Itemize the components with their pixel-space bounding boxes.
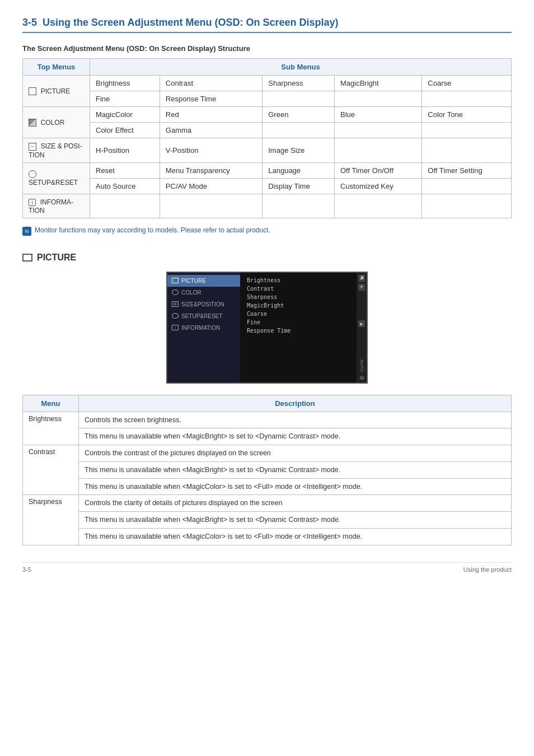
osd-sub-magicbright: MagicBright (247, 302, 350, 309)
picture-heading-text: PICTURE (37, 253, 76, 263)
table-row: Auto Source PC/AV Mode Display Time Cust… (23, 178, 512, 194)
desc-contrast-1: Controls the contrast of the pictures di… (79, 445, 512, 462)
osd-item-info: i INFORMATION (167, 322, 240, 334)
table-row: i INFORMA­TION (23, 194, 512, 218)
osd-power-icon: ⏻ (359, 375, 364, 380)
table-row: This menu is unavailable when <MagicColo… (23, 478, 512, 495)
desc-brightness-1: Controls the screen brightness. (79, 412, 512, 428)
table-row: PICTURE Brightness Contrast Sharpness Ma… (23, 76, 512, 91)
page-title: 3-5 Using the Screen Adjustment Menu (OS… (22, 17, 512, 29)
desc-col-menu: Menu (23, 395, 79, 412)
osd-sub-contrast: Contrast (247, 286, 350, 292)
osd-structure-section: The Screen Adjustment Menu (OSD: On Scre… (22, 44, 512, 218)
table-row: COLOR MagicColor Red Green Blue Color To… (23, 107, 512, 123)
table-row: This menu is unavailable when <MagicBrig… (23, 428, 512, 445)
table-row: This menu is unavailable when <MagicBrig… (23, 461, 512, 478)
osd-scroll-right: ▶ (358, 320, 365, 327)
osd-scroll-down: ▼ (358, 284, 365, 291)
osd-size-icon: ⊞ (172, 301, 179, 307)
note: N Monitor functions may vary according t… (22, 226, 512, 236)
osd-color-icon (172, 290, 179, 295)
picture-heading: PICTURE (22, 253, 512, 263)
table-row: Brightness Controls the screen brightnes… (23, 412, 512, 428)
osd-sub-list: Brightness Contrast Sharpness MagicBrigh… (240, 273, 357, 382)
osd-info-icon: i (172, 325, 179, 330)
osd-setup-icon (172, 313, 179, 319)
menu-name-brightness: Brightness (23, 412, 79, 445)
osd-sub-fine: Fine (247, 319, 350, 325)
setup-icon (29, 170, 36, 178)
footer-right: Using the product (463, 566, 512, 573)
picture-icon (29, 87, 36, 95)
osd-auto-label: AUTO (359, 360, 364, 372)
osd-sub-sharpness: Sharpness (247, 294, 350, 300)
desc-col-desc: Description (79, 395, 512, 412)
col-sub-menus: Sub Menus (90, 59, 512, 76)
table-row: Fine Response Time (23, 91, 512, 107)
menu-setup: SETUP&RESET (23, 162, 90, 194)
col-top-menus: Top Menus (23, 59, 90, 76)
table-row: Color Effect Gamma (23, 123, 512, 138)
menu-size: ↔ SIZE & POSI­TION (23, 138, 90, 163)
desc-brightness-2: This menu is unavailable when <MagicBrig… (79, 428, 512, 445)
table-row: SETUP&RESET Reset Menu Transpar­ency Lan… (23, 162, 512, 178)
osd-screenshot: ✕ PICTURE COLOR ⊞ SIZE&POSITION SETUP&RE… (22, 272, 512, 384)
osd-right-bar: ▲ ▼ ▶ AUTO ⏻ (357, 273, 367, 382)
desc-table: Menu Description Brightness Controls the… (22, 395, 512, 545)
info-icon: i (29, 199, 36, 206)
table-row: ↔ SIZE & POSI­TION H-Position V-Position… (23, 138, 512, 163)
color-icon (29, 119, 36, 127)
menu-color: COLOR (23, 107, 90, 138)
osd-sub-brightness: Brightness (247, 277, 350, 283)
osd-item-picture: PICTURE (167, 275, 240, 287)
menu-picture: PICTURE (23, 76, 90, 107)
desc-sharpness-1: Controls the clarity of details of pictu… (79, 495, 512, 512)
table-row: Sharpness Controls the clarity of detail… (23, 495, 512, 512)
osd-close-icon: ✕ (360, 274, 364, 281)
table-row: This menu is unavailable when <MagicBrig… (23, 512, 512, 529)
picture-section: PICTURE ✕ PICTURE COLOR ⊞ SIZE&POSITION (22, 253, 512, 384)
osd-structure-table: Top Menus Sub Menus PICTURE Brightness C… (22, 58, 512, 218)
osd-menu-list: PICTURE COLOR ⊞ SIZE&POSITION SETUP&RESE… (167, 273, 240, 382)
osd-item-size: ⊞ SIZE&POSITION (167, 298, 240, 310)
page-header: 3-5 Using the Screen Adjustment Menu (OS… (22, 17, 512, 33)
desc-sharpness-2: This menu is unavailable when <MagicBrig… (79, 512, 512, 529)
table-row: Contrast Controls the contrast of the pi… (23, 445, 512, 462)
osd-structure-title: The Screen Adjustment Menu (OSD: On Scre… (22, 44, 512, 53)
osd-sub-response: Response Time (247, 328, 350, 334)
menu-name-sharpness: Sharpness (23, 495, 79, 545)
table-row: This menu is unavailable when <MagicColo… (23, 528, 512, 545)
note-text: Monitor functions may vary according to … (35, 226, 270, 234)
footer-left: 3-5 (22, 566, 31, 573)
page-footer: 3-5 Using the product (22, 562, 512, 573)
desc-contrast-3: This menu is unavailable when <MagicColo… (79, 478, 512, 495)
osd-picture-icon (172, 278, 179, 283)
osd-item-color: COLOR (167, 287, 240, 298)
osd-sub-coarse: Coarse (247, 311, 350, 317)
osd-item-setup: SETUP&RESET (167, 310, 240, 322)
menu-information: i INFORMA­TION (23, 194, 90, 218)
osd-mock-display: ✕ PICTURE COLOR ⊞ SIZE&POSITION SETUP&RE… (166, 272, 368, 384)
desc-contrast-2: This menu is unavailable when <MagicBrig… (79, 461, 512, 478)
note-icon: N (22, 227, 31, 236)
desc-sharpness-3: This menu is unavailable when <MagicColo… (79, 528, 512, 545)
picture-head-icon (22, 254, 32, 262)
menu-name-contrast: Contrast (23, 445, 79, 495)
size-icon: ↔ (29, 143, 36, 151)
